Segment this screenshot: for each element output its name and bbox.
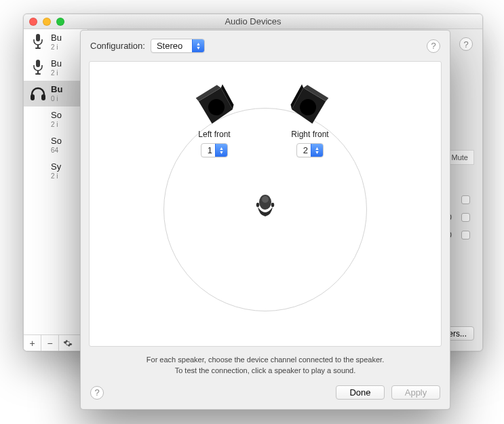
help-button[interactable]: ?	[90, 386, 104, 400]
speaker-icon	[284, 80, 336, 132]
sidebar-item-device[interactable]: Bu 0 i	[24, 81, 88, 107]
svg-rect-3	[36, 60, 40, 67]
channel-value: 2	[297, 145, 311, 155]
sidebar-item-device[interactable]: Bu 2 i	[24, 29, 88, 55]
svg-rect-2	[35, 47, 41, 49]
left-front-speaker[interactable]: Left front 1 ▲▼	[195, 86, 234, 157]
listener-icon	[254, 193, 277, 220]
sidebar-item-device[interactable]: Sy 2 i	[24, 158, 88, 184]
sidebar-item-sub: 2 i	[51, 43, 62, 51]
help-button[interactable]: ?	[427, 39, 440, 53]
svg-rect-5	[35, 73, 41, 75]
svg-rect-7	[41, 94, 45, 100]
help-text-line: For each speaker, choose the device chan…	[81, 355, 450, 365]
sidebar-item-title: Bu	[51, 59, 62, 69]
svg-point-13	[271, 203, 274, 207]
apply-button[interactable]: Apply	[391, 385, 440, 400]
sidebar-item-sub: 2 i	[51, 121, 62, 128]
microphone-icon	[29, 59, 47, 77]
stepper-arrows-icon: ▲▼	[192, 39, 204, 52]
svg-rect-0	[36, 34, 40, 41]
window-title: Audio Devices	[225, 16, 281, 26]
sidebar-item-sub: 2 i	[51, 172, 61, 180]
done-button[interactable]: Done	[336, 385, 385, 400]
help-button[interactable]: ?	[459, 37, 473, 51]
headphones-icon	[29, 85, 47, 102]
traffic-lights	[29, 18, 64, 26]
blank-icon	[29, 136, 47, 154]
speaker-configuration-sheet: Configuration: Stereo ▲▼ ? Left front 1 …	[80, 30, 450, 410]
close-icon[interactable]	[29, 18, 37, 26]
mute-checkbox[interactable]	[461, 231, 470, 239]
sidebar-item-sub: 2 i	[51, 69, 62, 77]
sidebar-item-device[interactable]: Bu 2 i	[24, 55, 88, 81]
plus-icon: +	[29, 338, 35, 349]
sidebar-item-device[interactable]: So 2 i	[24, 107, 88, 132]
sidebar-item-sub: 64	[51, 147, 62, 154]
device-sidebar: Bu 2 i Bu 2 i	[24, 29, 88, 351]
help-text: For each speaker, choose the device chan…	[81, 351, 450, 383]
right-channel-select[interactable]: 2 ▲▼	[296, 143, 324, 157]
add-device-button[interactable]: +	[24, 335, 41, 351]
svg-rect-1	[37, 45, 39, 47]
svg-rect-4	[37, 71, 39, 73]
mute-checkbox[interactable]	[461, 195, 470, 204]
svg-rect-6	[31, 94, 35, 100]
stepper-arrows-icon: ▲▼	[215, 144, 227, 157]
sidebar-item-title: Bu	[51, 85, 62, 94]
right-front-speaker[interactable]: Right front 2 ▲▼	[290, 86, 330, 157]
blank-icon	[29, 111, 47, 128]
sidebar-item-device[interactable]: So 64	[24, 132, 88, 158]
sidebar-item-title: So	[51, 111, 62, 120]
window-titlebar[interactable]: Audio Devices	[24, 14, 482, 29]
sidebar-item-title: So	[51, 136, 62, 146]
configuration-popup[interactable]: Stereo ▲▼	[151, 39, 205, 53]
stepper-arrows-icon: ▲▼	[311, 144, 323, 157]
minimize-icon[interactable]	[43, 18, 51, 26]
remove-device-button[interactable]: −	[41, 335, 59, 351]
sidebar-item-sub: 0 i	[51, 95, 62, 102]
blank-icon	[29, 162, 47, 180]
gear-icon	[63, 339, 73, 348]
configuration-label: Configuration:	[90, 41, 145, 51]
microphone-icon	[29, 33, 47, 51]
svg-point-11	[262, 196, 269, 203]
channel-value: 1	[201, 145, 215, 155]
speaker-icon	[189, 80, 240, 132]
left-channel-select[interactable]: 1 ▲▼	[201, 143, 228, 157]
sidebar-item-title: Sy	[51, 162, 61, 172]
mute-checkbox[interactable]	[461, 213, 470, 222]
zoom-icon[interactable]	[56, 18, 64, 26]
minus-icon: −	[47, 338, 52, 349]
sidebar-item-title: Bu	[51, 33, 62, 43]
help-text-line: To test the connection, click a speaker …	[81, 366, 450, 376]
configuration-value: Stereo	[151, 41, 192, 51]
speaker-layout-canvas: Left front 1 ▲▼ Right front 2 ▲▼	[89, 61, 442, 347]
speaker-label: Right front	[291, 130, 328, 139]
svg-point-12	[256, 203, 259, 207]
action-menu-button[interactable]	[59, 335, 77, 351]
sidebar-footer: + −	[24, 334, 88, 351]
